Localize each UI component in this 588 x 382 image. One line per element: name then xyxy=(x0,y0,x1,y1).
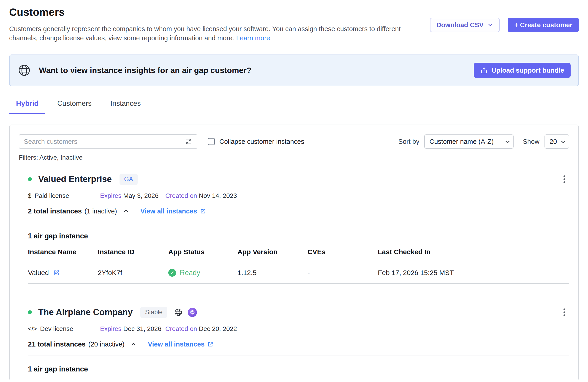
create-customer-label: + Create customer xyxy=(514,21,572,29)
tab-customers-label: Customers xyxy=(57,99,92,107)
airgap-banner-title: Want to view instance insights for an ai… xyxy=(39,66,252,75)
search-input[interactable] xyxy=(24,138,185,146)
instances-inactive-count: (20 inactive) xyxy=(88,340,125,348)
customer-row-valued-enterprise: Valued Enterprise GA $ Paid license Expi… xyxy=(19,173,569,284)
instances-inactive-count: (1 inactive) xyxy=(84,208,117,215)
instances-total: 21 total instances xyxy=(28,340,86,348)
license-expiry: Expires May 3, 2026 xyxy=(100,192,165,199)
customer-row-the-airplane-company: The Airplane Company Stable ☸ </> xyxy=(19,306,569,380)
install-type-icons: ☸ xyxy=(174,308,197,317)
upload-support-bundle-button[interactable]: Upload support bundle xyxy=(474,63,571,78)
col-instance-id: Instance ID xyxy=(98,248,168,256)
page-description: Customers generally represent the compan… xyxy=(9,24,419,42)
instance-name: Valued xyxy=(28,269,49,277)
check-circle-icon: ✓ xyxy=(168,269,176,277)
view-tabs: Hybrid Customers Instances xyxy=(9,99,579,114)
app-status-cell: ✓ Ready xyxy=(168,269,237,277)
customer-menu-button[interactable] xyxy=(561,173,567,185)
app-version: 1.12.5 xyxy=(237,269,308,277)
col-app-version: App Version xyxy=(237,248,308,256)
airgap-banner: Want to view instance insights for an ai… xyxy=(9,55,579,86)
active-filters-text: Filters: Active, Inactive xyxy=(19,154,569,161)
tab-customers[interactable]: Customers xyxy=(50,99,99,114)
divider xyxy=(28,222,569,222)
customer-menu-button[interactable] xyxy=(561,306,567,318)
external-link-icon xyxy=(207,341,213,347)
view-all-instances-label: View all instances xyxy=(140,208,197,215)
sort-by-label: Sort by xyxy=(399,138,420,146)
instances-summary-row: 2 total instances (1 inactive) View all … xyxy=(28,207,569,215)
instance-id: 2YfoK7f xyxy=(98,269,168,277)
customer-meta: </> Dev license Expires Dec 31, 2026 Cre… xyxy=(28,325,569,333)
view-all-instances-link[interactable]: View all instances xyxy=(140,208,206,215)
edit-icon[interactable] xyxy=(53,269,60,276)
view-all-instances-link[interactable]: View all instances xyxy=(148,340,214,348)
collapse-instances-checkbox[interactable] xyxy=(208,138,215,145)
dollar-icon: $ xyxy=(28,192,31,199)
customer-separator xyxy=(19,294,569,294)
list-toolbar: Collapse customer instances Sort by Cust… xyxy=(19,134,569,149)
filter-icon[interactable] xyxy=(185,138,192,146)
header-actions: Download CSV + Create customer xyxy=(430,18,579,32)
collapse-section-chevron-up-icon[interactable] xyxy=(130,341,137,348)
customer-created: Created on Nov 14, 2023 xyxy=(165,192,237,199)
page-description-text: Customers generally represent the compan… xyxy=(9,25,401,42)
download-csv-label: Download CSV xyxy=(436,21,483,29)
license-expiry: Expires Dec 31, 2026 xyxy=(100,325,165,333)
view-all-instances-label: View all instances xyxy=(148,340,205,348)
tab-hybrid-label: Hybrid xyxy=(16,99,39,107)
table-header-row: Instance Name Instance ID App Status App… xyxy=(28,248,569,262)
page-title: Customers xyxy=(9,6,579,18)
instance-name-cell: Valued xyxy=(28,269,98,277)
show-label: Show xyxy=(523,138,540,146)
cves-value: - xyxy=(308,269,378,277)
customer-name[interactable]: Valued Enterprise xyxy=(38,174,112,184)
col-instance-name: Instance Name xyxy=(28,248,98,256)
tab-hybrid[interactable]: Hybrid xyxy=(9,99,45,114)
expires-label: Expires xyxy=(100,325,121,332)
channel-badge: GA xyxy=(120,174,138,185)
license-type: </> Dev license xyxy=(28,325,100,333)
customer-header: Valued Enterprise GA xyxy=(28,173,569,185)
divider xyxy=(28,355,569,355)
create-customer-button[interactable]: + Create customer xyxy=(508,18,579,32)
airgap-instances-heading: 1 air gap instance xyxy=(28,232,569,240)
airgap-instances-heading: 1 air gap instance xyxy=(28,365,569,373)
collapse-section-chevron-up-icon[interactable] xyxy=(123,208,129,214)
app-status: Ready xyxy=(180,269,200,277)
table-row: Valued 2YfoK7f ✓ Ready 1.12.5 - Feb 17, … xyxy=(28,262,569,284)
helm-glyph: ☸ xyxy=(189,309,195,316)
air-gap-globe-icon xyxy=(174,308,183,317)
instances-total: 2 total instances xyxy=(28,207,82,215)
external-link-icon xyxy=(200,208,206,214)
channel-badge: Stable xyxy=(140,307,167,318)
sort-select-value: Customer name (A-Z) xyxy=(429,138,493,146)
license-type: $ Paid license xyxy=(28,192,100,199)
last-checked-in: Feb 17, 2026 15:25 MST xyxy=(378,269,569,277)
chevron-down-icon xyxy=(561,139,565,143)
license-type-label: Paid license xyxy=(35,192,69,199)
chevron-down-icon xyxy=(487,22,493,28)
tab-instances-label: Instances xyxy=(110,99,141,107)
tab-instances[interactable]: Instances xyxy=(104,99,148,114)
expires-date: May 3, 2026 xyxy=(123,192,158,199)
col-last-checked-in: Last Checked In xyxy=(378,248,569,256)
active-status-dot xyxy=(28,177,32,181)
customer-created: Created on Dec 20, 2022 xyxy=(165,325,237,333)
helm-icon: ☸ xyxy=(188,308,197,317)
show-count-select[interactable]: 20 xyxy=(545,134,569,149)
license-type-label: Dev license xyxy=(40,325,73,333)
download-csv-button[interactable]: Download CSV xyxy=(430,18,500,32)
learn-more-link[interactable]: Learn more xyxy=(236,34,270,42)
col-app-status: App Status xyxy=(168,248,237,256)
customer-name[interactable]: The Airplane Company xyxy=(38,307,133,317)
customers-page: Customers Customers generally represent … xyxy=(0,0,588,382)
sort-select[interactable]: Customer name (A-Z) xyxy=(424,134,514,149)
air-gap-globe-icon xyxy=(17,64,31,77)
upload-support-bundle-label: Upload support bundle xyxy=(492,67,564,74)
show-count-value: 20 xyxy=(549,138,557,146)
chevron-down-icon xyxy=(505,139,510,143)
code-icon: </> xyxy=(28,325,37,333)
active-status-dot xyxy=(28,310,32,314)
search-customers-box xyxy=(19,134,197,149)
